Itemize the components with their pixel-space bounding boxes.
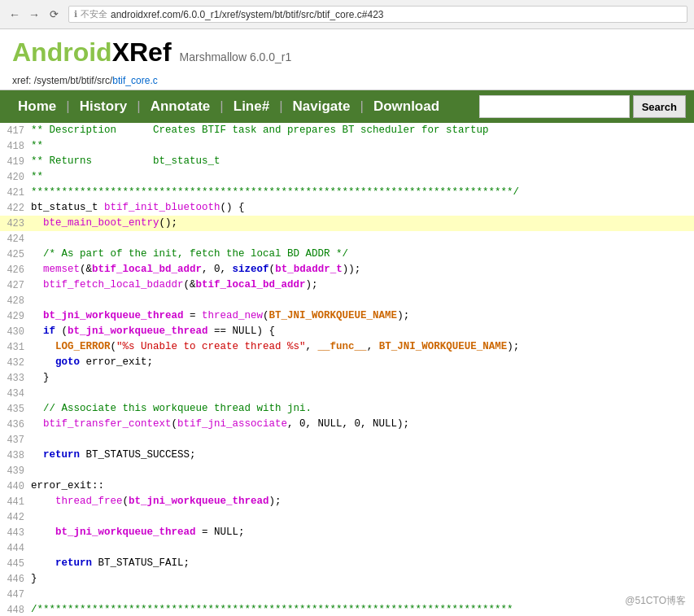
table-row: 418 ** bbox=[0, 138, 694, 154]
line-content: goto error_exit; bbox=[31, 355, 694, 370]
var-link-bt-bdaddr[interactable]: bt_bdaddr_t bbox=[275, 264, 343, 275]
search-button[interactable]: Search bbox=[633, 95, 686, 118]
fn-link-memset[interactable]: memset bbox=[43, 264, 80, 275]
fn-link-bte[interactable]: bte_main_boot_entry bbox=[43, 217, 159, 229]
var-link-bt-jni-thread3[interactable]: bt_jni_workqueue_thread bbox=[129, 496, 269, 507]
table-row: 446 } bbox=[0, 571, 694, 587]
line-number: 422 bbox=[0, 200, 31, 216]
line-content: btif_transfer_context(btif_jni_associate… bbox=[31, 417, 694, 432]
line-number: 444 bbox=[0, 540, 31, 556]
line-number: 426 bbox=[0, 262, 31, 277]
table-row: 423 bte_main_boot_entry(); bbox=[0, 216, 694, 231]
line-content: /***************************************… bbox=[31, 602, 694, 616]
fn-link-btif-fetch[interactable]: btif_fetch_local_bdaddr bbox=[43, 279, 184, 291]
table-row: 424 bbox=[0, 231, 694, 247]
table-row: 425 /* As part of the init, fetch the lo… bbox=[0, 247, 694, 262]
table-row: 432 goto error_exit; bbox=[0, 355, 694, 370]
table-row: 437 bbox=[0, 432, 694, 448]
nav-navigate[interactable]: Navigate bbox=[283, 90, 360, 123]
line-number: 440 bbox=[0, 478, 31, 494]
fn-link-thread-new[interactable]: thread_new bbox=[202, 310, 263, 321]
table-row: 445 return BT_STATUS_FAIL; bbox=[0, 556, 694, 571]
back-button[interactable]: ← bbox=[7, 7, 23, 23]
line-content: ** bbox=[31, 138, 694, 154]
line-content: thread_free(bt_jni_workqueue_thread); bbox=[31, 494, 694, 509]
line-number: 437 bbox=[0, 432, 31, 448]
macro-link-bt-jni-name[interactable]: BT_JNI_WORKQUEUE_NAME bbox=[269, 310, 398, 321]
line-content: ****************************************… bbox=[31, 185, 694, 200]
line-number: 429 bbox=[0, 308, 31, 324]
line-number: 430 bbox=[0, 324, 31, 339]
line-number: 441 bbox=[0, 494, 31, 509]
line-content: LOG_ERROR("%s Unable to create thread %s… bbox=[31, 339, 694, 355]
fn-link-btif-jni[interactable]: btif_jni_associate bbox=[177, 418, 287, 430]
security-label: 不安全 bbox=[81, 8, 107, 20]
macro-link-bt-jni-name2[interactable]: BT_JNI_WORKQUEUE_NAME bbox=[379, 341, 508, 352]
line-number: 419 bbox=[0, 154, 31, 169]
line-number: 446 bbox=[0, 571, 31, 587]
line-content: // Associate this workqueue thread with … bbox=[31, 401, 694, 417]
browser-chrome: ← → ⟳ ℹ 不安全 androidxref.com/6.0.0_r1/xre… bbox=[0, 0, 694, 29]
table-row: 429 bt_jni_workqueue_thread = thread_new… bbox=[0, 308, 694, 324]
forward-button[interactable]: → bbox=[26, 7, 42, 23]
macro-link-func[interactable]: __func__ bbox=[318, 341, 367, 352]
nav-bar: Home | History | Annotate | Line# | Navi… bbox=[0, 90, 694, 123]
breadcrumb: xref: /system/bt/btif/src/btif_core.c bbox=[0, 72, 694, 90]
var-link-bt-jni-thread4[interactable]: bt_jni_workqueue_thread bbox=[55, 526, 196, 538]
line-content: btif_fetch_local_bdaddr(&btif_local_bd_a… bbox=[31, 277, 694, 293]
table-row: 428 bbox=[0, 293, 694, 308]
line-content: ** Returns bt_status_t bbox=[31, 154, 694, 169]
line-number: 425 bbox=[0, 247, 31, 262]
table-row: 436 btif_transfer_context(btif_jni_assoc… bbox=[0, 417, 694, 432]
line-number: 438 bbox=[0, 448, 31, 463]
line-number: 435 bbox=[0, 401, 31, 417]
fn-link-btif-transfer[interactable]: btif_transfer_context bbox=[43, 418, 172, 430]
nav-history[interactable]: History bbox=[70, 90, 137, 123]
table-row: 444 bbox=[0, 540, 694, 556]
macro-link-log-error[interactable]: LOG_ERROR bbox=[55, 341, 111, 352]
table-row: 443 bt_jni_workqueue_thread = NULL; bbox=[0, 525, 694, 540]
line-content: return BT_STATUS_SUCCESS; bbox=[31, 448, 694, 463]
nav-home[interactable]: Home bbox=[8, 90, 66, 123]
fn-link-btif-init[interactable]: btif_init_bluetooth bbox=[104, 202, 220, 213]
breadcrumb-file-link[interactable]: btif_core.c bbox=[112, 75, 157, 86]
site-header: AndroidXRefMarshmallow 6.0.0_r1 bbox=[0, 29, 694, 72]
var-link-bt-jni-thread[interactable]: bt_jni_workqueue_thread bbox=[43, 310, 184, 321]
nav-line[interactable]: Line# bbox=[224, 90, 279, 123]
search-area: Search bbox=[479, 95, 686, 118]
table-row: 435 // Associate this workqueue thread w… bbox=[0, 401, 694, 417]
code-container: 417 ** Description Creates BTIF task and… bbox=[0, 123, 694, 616]
table-row: 422 bt_status_t btif_init_bluetooth() { bbox=[0, 200, 694, 216]
line-number: 420 bbox=[0, 169, 31, 185]
line-number: 424 bbox=[0, 231, 31, 247]
line-content: bt_jni_workqueue_thread = NULL; bbox=[31, 525, 694, 540]
url-text: androidxref.com/6.0.0_r1/xref/system/bt/… bbox=[111, 9, 383, 20]
fn-link-thread-free[interactable]: thread_free bbox=[55, 496, 123, 507]
line-content: if (bt_jni_workqueue_thread == NULL) { bbox=[31, 324, 694, 339]
var-link-btif-local2[interactable]: btif_local_bd_addr bbox=[196, 279, 306, 291]
nav-annotate[interactable]: Annotate bbox=[141, 90, 220, 123]
line-number: 442 bbox=[0, 509, 31, 525]
table-row: 417 ** Description Creates BTIF task and… bbox=[0, 123, 694, 138]
var-link-bt-jni-thread2[interactable]: bt_jni_workqueue_thread bbox=[68, 325, 208, 337]
line-content: ** bbox=[31, 169, 694, 185]
nav-download[interactable]: Download bbox=[364, 90, 449, 123]
table-row: 439 bbox=[0, 463, 694, 478]
address-bar[interactable]: ℹ 不安全 androidxref.com/6.0.0_r1/xref/syst… bbox=[68, 6, 687, 23]
var-link-btif-local[interactable]: btif_local_bd_addr bbox=[92, 264, 202, 275]
line-number: 423 bbox=[0, 216, 31, 231]
search-input[interactable] bbox=[479, 95, 630, 118]
table-row: 431 LOG_ERROR("%s Unable to create threa… bbox=[0, 339, 694, 355]
line-content: } bbox=[31, 370, 694, 386]
nav-bar-inner: Home | History | Annotate | Line# | Navi… bbox=[0, 90, 694, 123]
table-row: 427 btif_fetch_local_bdaddr(&btif_local_… bbox=[0, 277, 694, 293]
table-row: 420 ** bbox=[0, 169, 694, 185]
line-content: bte_main_boot_entry(); bbox=[31, 216, 694, 231]
line-number: 434 bbox=[0, 386, 31, 401]
table-row: 426 memset(&btif_local_bd_addr, 0, sizeo… bbox=[0, 262, 694, 277]
table-row: 419 ** Returns bt_status_t bbox=[0, 154, 694, 169]
line-content: ** Description Creates BTIF task and pre… bbox=[31, 123, 694, 138]
table-row: 430 if (bt_jni_workqueue_thread == NULL)… bbox=[0, 324, 694, 339]
refresh-button[interactable]: ⟳ bbox=[46, 7, 62, 23]
line-number: 447 bbox=[0, 587, 31, 602]
